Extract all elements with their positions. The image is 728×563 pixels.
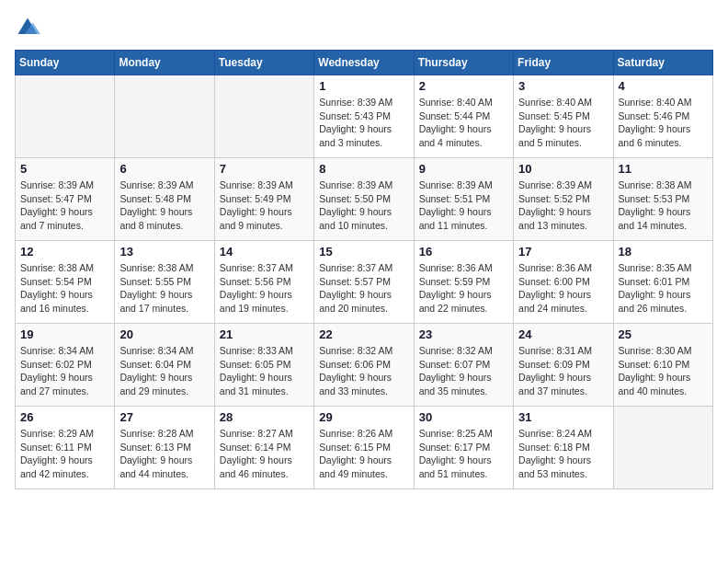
day-info: Sunrise: 8:39 AMSunset: 5:48 PMDaylight:…	[119, 178, 209, 233]
day-info: Sunrise: 8:39 AMSunset: 5:49 PMDaylight:…	[220, 178, 309, 233]
weekday-header: Saturday	[613, 51, 712, 75]
day-number: 10	[518, 162, 608, 176]
calendar-cell	[115, 75, 214, 158]
day-number: 1	[319, 79, 408, 93]
day-info: Sunrise: 8:32 AMSunset: 6:07 PMDaylight:…	[419, 344, 508, 398]
calendar-cell: 22Sunrise: 8:32 AMSunset: 6:06 PMDayligh…	[314, 324, 414, 407]
day-number: 24	[518, 327, 608, 341]
day-number: 16	[419, 245, 508, 259]
calendar-cell: 27Sunrise: 8:28 AMSunset: 6:13 PMDayligh…	[115, 407, 214, 489]
day-number: 19	[20, 327, 109, 341]
day-number: 27	[119, 410, 209, 424]
logo	[15, 15, 44, 40]
day-number: 22	[319, 327, 408, 341]
calendar-cell: 13Sunrise: 8:38 AMSunset: 5:55 PMDayligh…	[115, 241, 214, 324]
calendar-cell: 11Sunrise: 8:38 AMSunset: 5:53 PMDayligh…	[613, 158, 712, 241]
day-info: Sunrise: 8:39 AMSunset: 5:47 PMDaylight:…	[20, 178, 109, 233]
day-info: Sunrise: 8:37 AMSunset: 5:57 PMDaylight:…	[319, 261, 408, 316]
day-info: Sunrise: 8:34 AMSunset: 6:02 PMDaylight:…	[20, 344, 109, 398]
calendar-cell: 2Sunrise: 8:40 AMSunset: 5:44 PMDaylight…	[414, 75, 513, 158]
day-info: Sunrise: 8:31 AMSunset: 6:09 PMDaylight:…	[518, 344, 608, 398]
calendar-cell	[613, 407, 712, 489]
day-info: Sunrise: 8:39 AMSunset: 5:51 PMDaylight:…	[419, 178, 508, 233]
day-number: 25	[619, 327, 708, 341]
calendar-cell: 20Sunrise: 8:34 AMSunset: 6:04 PMDayligh…	[115, 324, 214, 407]
day-info: Sunrise: 8:37 AMSunset: 5:56 PMDaylight:…	[220, 261, 309, 316]
day-number: 6	[119, 162, 209, 176]
calendar-cell: 24Sunrise: 8:31 AMSunset: 6:09 PMDayligh…	[514, 324, 613, 407]
calendar-week-row: 5Sunrise: 8:39 AMSunset: 5:47 PMDaylight…	[16, 158, 713, 241]
day-number: 20	[119, 327, 209, 341]
day-number: 8	[319, 162, 408, 176]
day-info: Sunrise: 8:33 AMSunset: 6:05 PMDaylight:…	[220, 344, 309, 398]
calendar-cell: 25Sunrise: 8:30 AMSunset: 6:10 PMDayligh…	[613, 324, 712, 407]
calendar-cell: 17Sunrise: 8:36 AMSunset: 6:00 PMDayligh…	[514, 241, 613, 324]
day-info: Sunrise: 8:36 AMSunset: 6:00 PMDaylight:…	[518, 261, 608, 316]
day-info: Sunrise: 8:29 AMSunset: 6:11 PMDaylight:…	[20, 427, 109, 481]
day-info: Sunrise: 8:39 AMSunset: 5:43 PMDaylight:…	[319, 96, 408, 150]
calendar-week-row: 1Sunrise: 8:39 AMSunset: 5:43 PMDaylight…	[16, 75, 713, 158]
calendar-week-row: 12Sunrise: 8:38 AMSunset: 5:54 PMDayligh…	[16, 241, 713, 324]
calendar-cell: 7Sunrise: 8:39 AMSunset: 5:49 PMDaylight…	[214, 158, 313, 241]
day-info: Sunrise: 8:40 AMSunset: 5:44 PMDaylight:…	[419, 96, 508, 150]
calendar-cell: 5Sunrise: 8:39 AMSunset: 5:47 PMDaylight…	[16, 158, 115, 241]
day-info: Sunrise: 8:34 AMSunset: 6:04 PMDaylight:…	[119, 344, 209, 398]
calendar-cell: 16Sunrise: 8:36 AMSunset: 5:59 PMDayligh…	[414, 241, 513, 324]
calendar-table: SundayMondayTuesdayWednesdayThursdayFrid…	[15, 50, 713, 489]
day-number: 23	[419, 327, 508, 341]
day-info: Sunrise: 8:40 AMSunset: 5:45 PMDaylight:…	[518, 96, 608, 150]
calendar-cell: 23Sunrise: 8:32 AMSunset: 6:07 PMDayligh…	[414, 324, 513, 407]
calendar-cell: 12Sunrise: 8:38 AMSunset: 5:54 PMDayligh…	[16, 241, 115, 324]
calendar-cell: 6Sunrise: 8:39 AMSunset: 5:48 PMDaylight…	[115, 158, 214, 241]
day-number: 7	[220, 162, 309, 176]
day-number: 17	[518, 245, 608, 259]
calendar-cell: 3Sunrise: 8:40 AMSunset: 5:45 PMDaylight…	[514, 75, 613, 158]
weekday-header: Monday	[115, 51, 214, 75]
weekday-header-row: SundayMondayTuesdayWednesdayThursdayFrid…	[16, 51, 713, 75]
day-number: 11	[619, 162, 708, 176]
weekday-header: Wednesday	[314, 51, 414, 75]
day-number: 3	[518, 79, 608, 93]
day-number: 13	[119, 245, 209, 259]
day-number: 31	[518, 410, 608, 424]
day-info: Sunrise: 8:28 AMSunset: 6:13 PMDaylight:…	[119, 427, 209, 481]
calendar-cell: 19Sunrise: 8:34 AMSunset: 6:02 PMDayligh…	[16, 324, 115, 407]
calendar-cell: 9Sunrise: 8:39 AMSunset: 5:51 PMDaylight…	[414, 158, 513, 241]
logo-icon	[15, 15, 40, 40]
calendar-cell: 4Sunrise: 8:40 AMSunset: 5:46 PMDaylight…	[613, 75, 712, 158]
day-info: Sunrise: 8:35 AMSunset: 6:01 PMDaylight:…	[619, 261, 708, 316]
day-info: Sunrise: 8:38 AMSunset: 5:54 PMDaylight:…	[20, 261, 109, 316]
day-number: 14	[220, 245, 309, 259]
calendar-cell	[214, 75, 313, 158]
day-info: Sunrise: 8:38 AMSunset: 5:55 PMDaylight:…	[119, 261, 209, 316]
calendar-cell: 29Sunrise: 8:26 AMSunset: 6:15 PMDayligh…	[314, 407, 414, 489]
calendar-cell: 26Sunrise: 8:29 AMSunset: 6:11 PMDayligh…	[16, 407, 115, 489]
day-number: 9	[419, 162, 508, 176]
calendar-cell: 1Sunrise: 8:39 AMSunset: 5:43 PMDaylight…	[314, 75, 414, 158]
day-info: Sunrise: 8:39 AMSunset: 5:52 PMDaylight:…	[518, 178, 608, 233]
day-info: Sunrise: 8:38 AMSunset: 5:53 PMDaylight:…	[619, 178, 708, 233]
weekday-header: Friday	[514, 51, 613, 75]
calendar-week-row: 26Sunrise: 8:29 AMSunset: 6:11 PMDayligh…	[16, 407, 713, 489]
day-info: Sunrise: 8:30 AMSunset: 6:10 PMDaylight:…	[619, 344, 708, 398]
weekday-header: Tuesday	[214, 51, 313, 75]
day-number: 18	[619, 245, 708, 259]
day-info: Sunrise: 8:40 AMSunset: 5:46 PMDaylight:…	[619, 96, 708, 150]
day-info: Sunrise: 8:24 AMSunset: 6:18 PMDaylight:…	[518, 427, 608, 481]
day-number: 21	[220, 327, 309, 341]
header	[15, 15, 713, 40]
calendar-cell: 30Sunrise: 8:25 AMSunset: 6:17 PMDayligh…	[414, 407, 513, 489]
calendar-cell: 21Sunrise: 8:33 AMSunset: 6:05 PMDayligh…	[214, 324, 313, 407]
calendar-cell: 10Sunrise: 8:39 AMSunset: 5:52 PMDayligh…	[514, 158, 613, 241]
calendar-cell: 14Sunrise: 8:37 AMSunset: 5:56 PMDayligh…	[214, 241, 313, 324]
day-number: 12	[20, 245, 109, 259]
calendar-cell: 18Sunrise: 8:35 AMSunset: 6:01 PMDayligh…	[613, 241, 712, 324]
day-number: 29	[319, 410, 408, 424]
calendar-cell: 8Sunrise: 8:39 AMSunset: 5:50 PMDaylight…	[314, 158, 414, 241]
day-number: 15	[319, 245, 408, 259]
calendar-cell	[16, 75, 115, 158]
day-number: 30	[419, 410, 508, 424]
day-number: 26	[20, 410, 109, 424]
weekday-header: Thursday	[414, 51, 513, 75]
day-number: 4	[619, 79, 708, 93]
